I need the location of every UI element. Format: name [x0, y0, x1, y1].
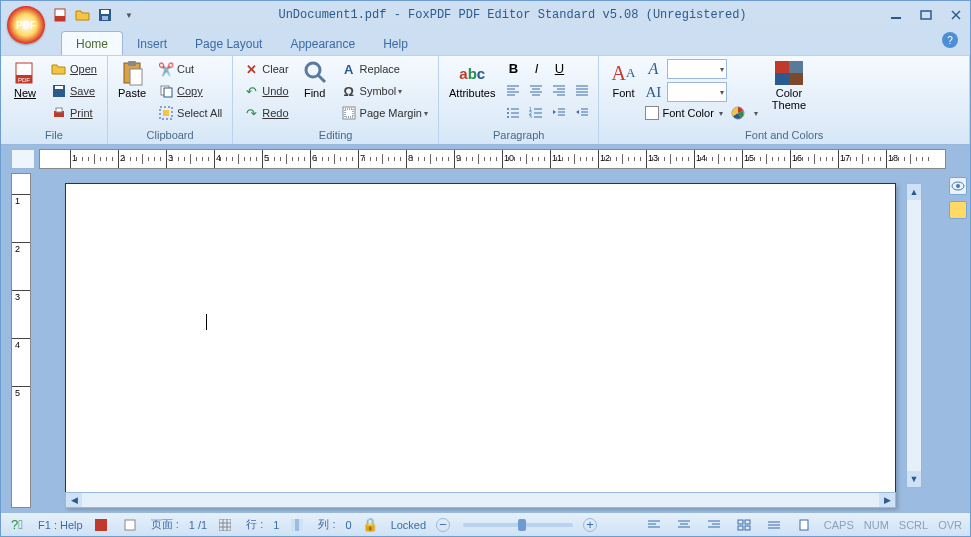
lock-icon[interactable]: 🔒	[362, 517, 378, 533]
group-editing: ✕Clear ↶Undo ↷Redo Find AReplace ΩSymbol…	[233, 56, 439, 144]
page-margin-button[interactable]: Page Margin▾	[337, 103, 432, 123]
redo-button[interactable]: ↷Redo	[239, 103, 292, 123]
document-page[interactable]	[65, 183, 896, 508]
horizontal-scrollbar[interactable]: ◀ ▶	[65, 492, 896, 508]
col-value: 0	[346, 519, 352, 531]
vertical-ruler[interactable]: 12345	[11, 173, 31, 508]
sb-align-right[interactable]	[704, 516, 724, 534]
tab-page-layout[interactable]: Page Layout	[181, 32, 276, 55]
svg-point-45	[507, 112, 509, 114]
save-icon[interactable]	[97, 7, 113, 23]
save-button[interactable]: Save	[47, 81, 101, 101]
font-size-a-icon[interactable]: AI	[645, 84, 661, 100]
print-button[interactable]: Print	[47, 103, 101, 123]
svg-rect-20	[164, 88, 172, 97]
attributes-button[interactable]: abc Attributes	[445, 59, 499, 101]
number-list-button[interactable]: 123	[526, 103, 546, 121]
horizontal-ruler[interactable]: 123456789101112131415161718	[39, 149, 946, 169]
select-all-icon	[158, 105, 174, 121]
sb-view-grid[interactable]	[734, 516, 754, 534]
scrl-indicator: SCRL	[899, 519, 928, 531]
replace-button[interactable]: AReplace	[337, 59, 432, 79]
print-icon	[51, 105, 67, 121]
indent-decrease-button[interactable]	[549, 103, 569, 121]
font-color-label[interactable]: Font Color	[662, 107, 713, 119]
indent-increase-button[interactable]	[572, 103, 592, 121]
symbol-button[interactable]: ΩSymbol▾	[337, 81, 432, 101]
tab-help[interactable]: Help	[369, 32, 422, 55]
ruler-corner[interactable]	[11, 149, 35, 169]
align-justify-button[interactable]	[572, 81, 592, 99]
sb-align-center[interactable]	[674, 516, 694, 534]
new-button[interactable]: PDF New	[7, 59, 43, 101]
svg-rect-3	[101, 10, 109, 14]
group-font-colors: AA Font A ▾ AI ▾ Font Color▾ ▾	[599, 56, 970, 144]
svg-rect-70	[219, 519, 231, 531]
color-theme-button[interactable]: Color Theme	[768, 59, 810, 113]
omega-icon: Ω	[341, 83, 357, 99]
close-button[interactable]	[948, 8, 964, 22]
font-style-a-icon[interactable]: A	[645, 61, 661, 77]
undo-button[interactable]: ↶Undo	[239, 81, 292, 101]
scroll-right-icon[interactable]: ▶	[879, 493, 895, 507]
color-theme-label: Color Theme	[772, 87, 806, 111]
open-icon[interactable]	[75, 7, 91, 23]
page-value: 1 /1	[189, 519, 207, 531]
zoom-slider[interactable]	[463, 523, 573, 527]
color-wheel-icon[interactable]	[730, 105, 746, 121]
app-logo-icon[interactable]: PDF	[7, 6, 45, 44]
font-button[interactable]: AA Font	[605, 59, 641, 101]
tab-home[interactable]: Home	[61, 31, 123, 55]
align-left-button[interactable]	[503, 81, 523, 99]
paste-button[interactable]: Paste	[114, 59, 150, 101]
font-color-swatch[interactable]	[645, 106, 659, 120]
font-size-select[interactable]: ▾	[667, 82, 727, 102]
view-toggle-icon[interactable]	[949, 177, 967, 195]
select-all-button[interactable]: Select All	[154, 103, 226, 123]
group-editing-label: Editing	[239, 127, 432, 144]
align-center-button[interactable]	[526, 81, 546, 99]
tab-insert[interactable]: Insert	[123, 32, 181, 55]
vertical-scrollbar[interactable]: ▲ ▼	[906, 183, 922, 488]
maximize-button[interactable]	[918, 8, 934, 22]
italic-button[interactable]: I	[526, 59, 546, 77]
new-doc-icon[interactable]	[53, 7, 69, 23]
group-file: PDF New Open Save Print File	[1, 56, 108, 144]
find-button[interactable]: Find	[297, 59, 333, 101]
zoom-thumb[interactable]	[518, 519, 526, 531]
scroll-up-icon[interactable]: ▲	[907, 184, 921, 200]
caps-indicator: CAPS	[824, 519, 854, 531]
scroll-down-icon[interactable]: ▼	[907, 471, 921, 487]
pdf-status-icon[interactable]	[93, 517, 109, 533]
sb-align-left[interactable]	[644, 516, 664, 534]
copy-button[interactable]: Copy	[154, 81, 226, 101]
ribbon: PDF New Open Save Print File Paste ✂️Cu	[1, 55, 970, 145]
bookmark-icon[interactable]	[949, 201, 967, 219]
svg-rect-94	[800, 520, 808, 530]
svg-rect-22	[163, 110, 169, 116]
font-family-select[interactable]: ▾	[667, 59, 727, 79]
sb-view-list[interactable]	[764, 516, 784, 534]
svg-rect-68	[95, 519, 107, 531]
qat-dropdown-icon[interactable]: ▼	[121, 7, 137, 23]
svg-rect-17	[128, 61, 136, 66]
minimize-button[interactable]	[888, 8, 904, 22]
sb-view-page[interactable]	[794, 516, 814, 534]
save-disk-icon	[51, 83, 67, 99]
paste-label: Paste	[118, 87, 146, 99]
open-button[interactable]: Open	[47, 59, 101, 79]
scroll-left-icon[interactable]: ◀	[66, 493, 82, 507]
zoom-in-button[interactable]: +	[583, 518, 597, 532]
clear-button[interactable]: ✕Clear	[239, 59, 292, 79]
cut-button[interactable]: ✂️Cut	[154, 59, 226, 79]
bold-button[interactable]: B	[503, 59, 523, 77]
help-status-icon[interactable]: ?⃝	[9, 517, 25, 533]
underline-button[interactable]: U	[549, 59, 569, 77]
align-right-button[interactable]	[549, 81, 569, 99]
svg-point-47	[507, 116, 509, 118]
zoom-out-button[interactable]: −	[436, 518, 450, 532]
tab-appearance[interactable]: Appearance	[276, 32, 369, 55]
help-icon[interactable]: ?	[942, 32, 958, 48]
bullet-list-button[interactable]	[503, 103, 523, 121]
abc-icon: abc	[460, 61, 484, 85]
